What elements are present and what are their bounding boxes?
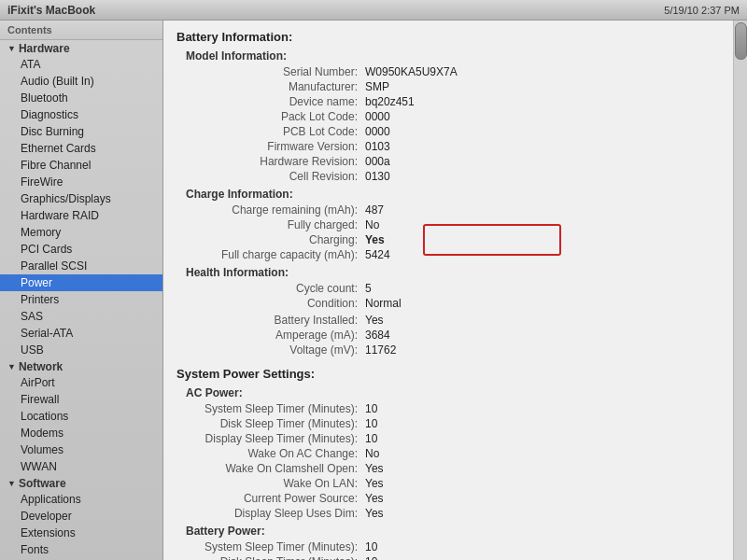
ac-wake-ac-value: No <box>363 446 720 461</box>
serial-number-label: Serial Number: <box>176 64 363 79</box>
ac-wake-clamshell-value: Yes <box>363 461 720 476</box>
sidebar-item-pci-cards[interactable]: PCI Cards <box>0 241 162 258</box>
main-container: Contents ▼ Hardware ATA Audio (Built In)… <box>0 21 747 560</box>
system-power-settings-title: System Power Settings: <box>176 367 720 381</box>
sidebar-item-applications[interactable]: Applications <box>0 491 162 508</box>
sidebar-item-firewire[interactable]: FireWire <box>0 174 162 190</box>
pcb-lot-value: 0000 <box>363 124 720 139</box>
sidebar-item-wwan[interactable]: WWAN <box>0 458 162 475</box>
sidebar-item-audio[interactable]: Audio (Built In) <box>0 73 162 90</box>
sidebar-item-firewall[interactable]: Firewall <box>0 391 162 408</box>
datetime: 5/19/10 2:37 PM <box>664 5 740 16</box>
cycle-count-label: Cycle count: <box>176 281 363 296</box>
scrollbar-thumb[interactable] <box>735 22 747 60</box>
bat-disk-sleep-label: Disk Sleep Timer (Minutes): <box>176 554 363 560</box>
table-row: Voltage (mV): 11762 <box>176 343 720 357</box>
content-area: Battery Information: Model Information: … <box>163 21 733 560</box>
ac-wake-lan-label: Wake On LAN: <box>176 476 363 491</box>
battery-power-table: System Sleep Timer (Minutes): 10 Disk Sl… <box>176 539 720 560</box>
sidebar-item-volumes[interactable]: Volumes <box>0 441 162 458</box>
sidebar-item-sas[interactable]: SAS <box>0 308 162 325</box>
bat-system-sleep-value: 10 <box>363 539 720 554</box>
amperage-value: 3684 <box>363 328 720 343</box>
ac-disk-sleep-value: 10 <box>363 416 720 431</box>
charging-value: Yes <box>363 232 720 247</box>
sidebar-item-usb[interactable]: USB <box>0 342 162 358</box>
manufacturer-value: SMP <box>363 79 720 94</box>
bat-disk-sleep-value: 10 <box>363 554 720 560</box>
fully-charged-label: Fully charged: <box>176 217 363 232</box>
sidebar-item-disc-burning[interactable]: Disc Burning <box>0 123 162 140</box>
scrollbar-track[interactable] <box>733 21 747 560</box>
table-row: Disk Sleep Timer (Minutes): 10 <box>176 554 720 560</box>
cycle-count-value: 5 <box>363 281 720 296</box>
ac-wake-lan-value: Yes <box>363 476 720 491</box>
sidebar-group-network[interactable]: ▼ Network <box>0 358 162 374</box>
sidebar-item-fibre-channel[interactable]: Fibre Channel <box>0 157 162 174</box>
table-row: Wake On Clamshell Open: Yes <box>176 461 720 476</box>
table-row-charging: Charging: Yes <box>176 232 720 247</box>
sidebar-item-diagnostics[interactable]: Diagnostics <box>0 106 162 123</box>
sidebar-group-network-label: Network <box>19 360 63 373</box>
battery-power-title: Battery Power: <box>176 525 720 538</box>
table-row: Fully charged: No <box>176 217 720 232</box>
battery-misc-table: Battery Installed: Yes Amperage (mA): 36… <box>176 313 720 357</box>
table-row: Cell Revision: 0130 <box>176 169 720 184</box>
triangle-icon: ▼ <box>7 362 16 371</box>
sidebar-item-memory[interactable]: Memory <box>0 224 162 241</box>
firmware-label: Firmware Version: <box>176 139 363 154</box>
sidebar-item-graphics-displays[interactable]: Graphics/Displays <box>0 190 162 207</box>
table-row: Display Sleep Timer (Minutes): 10 <box>176 431 720 446</box>
title-bar: iFixit's MacBook 5/19/10 2:37 PM <box>0 0 747 21</box>
table-row: Battery Installed: Yes <box>176 313 720 328</box>
sidebar-item-modems[interactable]: Modems <box>0 425 162 441</box>
condition-label: Condition: <box>176 296 363 311</box>
hardware-revision-label: Hardware Revision: <box>176 154 363 169</box>
sidebar-item-airport[interactable]: AirPort <box>0 374 162 391</box>
sidebar-item-printers[interactable]: Printers <box>0 291 162 308</box>
sidebar-item-locations[interactable]: Locations <box>0 408 162 425</box>
ac-display-sleep-label: Display Sleep Timer (Minutes): <box>176 431 363 446</box>
pcb-lot-label: PCB Lot Code: <box>176 124 363 139</box>
ac-current-power-label: Current Power Source: <box>176 491 363 506</box>
sidebar-item-hardware-raid[interactable]: Hardware RAID <box>0 207 162 224</box>
table-row: Wake On AC Change: No <box>176 446 720 461</box>
table-row: Firmware Version: 0103 <box>176 139 720 154</box>
sidebar-item-ethernet-cards[interactable]: Ethernet Cards <box>0 140 162 157</box>
model-info-title: Model Information: <box>176 49 720 63</box>
cell-revision-value: 0130 <box>363 169 720 184</box>
sidebar-group-hardware[interactable]: ▼ Hardware <box>0 40 162 56</box>
table-row: Wake On LAN: Yes <box>176 476 720 491</box>
battery-installed-label: Battery Installed: <box>176 313 363 328</box>
bat-system-sleep-label: System Sleep Timer (Minutes): <box>176 539 363 554</box>
sidebar-item-extensions[interactable]: Extensions <box>0 525 162 541</box>
table-row: Current Power Source: Yes <box>176 491 720 506</box>
manufacturer-label: Manufacturer: <box>176 79 363 94</box>
battery-installed-value: Yes <box>363 313 720 328</box>
sidebar-item-fonts[interactable]: Fonts <box>0 541 162 558</box>
pack-lot-label: Pack Lot Code: <box>176 109 363 124</box>
sidebar: Contents ▼ Hardware ATA Audio (Built In)… <box>0 21 163 560</box>
sidebar-item-power[interactable]: Power <box>0 274 162 291</box>
charge-info-table: Charge remaining (mAh): 487 Fully charge… <box>176 203 720 262</box>
sidebar-item-developer[interactable]: Developer <box>0 508 162 525</box>
hardware-revision-value: 000a <box>363 154 720 169</box>
ac-disk-sleep-label: Disk Sleep Timer (Minutes): <box>176 416 363 431</box>
sidebar-group-hardware-label: Hardware <box>19 42 70 55</box>
ac-wake-clamshell-label: Wake On Clamshell Open: <box>176 461 363 476</box>
ac-current-power-value: Yes <box>363 491 720 506</box>
sidebar-item-ata[interactable]: ATA <box>0 56 162 73</box>
table-row: PCB Lot Code: 0000 <box>176 124 720 139</box>
firmware-value: 0103 <box>363 139 720 154</box>
sidebar-item-serial-ata[interactable]: Serial-ATA <box>0 325 162 342</box>
sidebar-group-software[interactable]: ▼ Software <box>0 475 162 491</box>
table-row: Serial Number: W0950KA5U9X7A <box>176 64 720 79</box>
sidebar-item-bluetooth[interactable]: Bluetooth <box>0 90 162 106</box>
charge-info-title: Charge Information: <box>176 188 720 201</box>
table-row: System Sleep Timer (Minutes): 10 <box>176 539 720 554</box>
cell-revision-label: Cell Revision: <box>176 169 363 184</box>
charging-label: Charging: <box>176 232 363 247</box>
sidebar-item-parallel-scsi[interactable]: Parallel SCSI <box>0 258 162 274</box>
ac-display-dim-value: Yes <box>363 506 720 521</box>
device-name-label: Device name: <box>176 94 363 109</box>
